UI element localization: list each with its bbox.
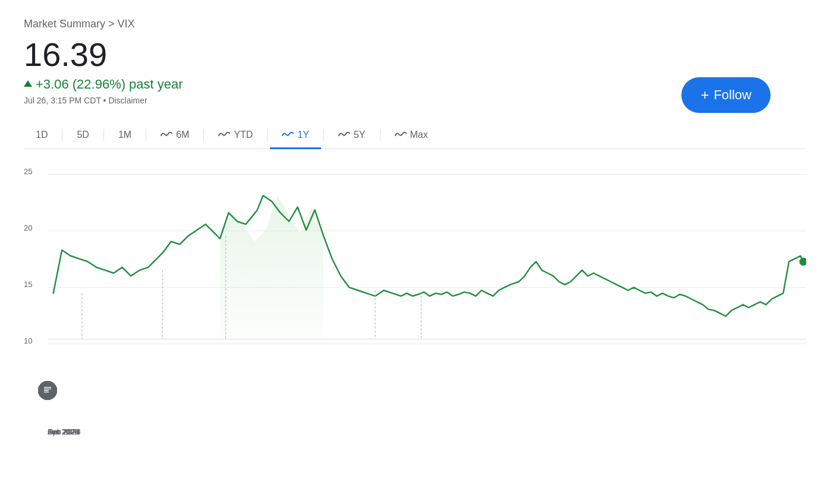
tab-5d[interactable]: 5D: [65, 122, 100, 149]
tab-label: 1D: [36, 130, 48, 140]
tab-trend-icon: [338, 130, 350, 140]
tab-1m[interactable]: 1M: [106, 122, 143, 149]
tab-max[interactable]: Max: [383, 122, 440, 149]
svg-marker-0: [220, 196, 323, 339]
x-label-jun: Jun 2024: [48, 427, 80, 436]
stock-price: 16.39: [24, 36, 806, 73]
tab-label: 1M: [118, 130, 131, 140]
time-range-tabs: 1D5D1M6MYTD1Y5YMax: [24, 122, 806, 149]
arrow-up-icon: [24, 80, 32, 87]
tab-label: 5D: [77, 130, 89, 140]
y-label-25: 25: [24, 167, 32, 176]
tab-trend-icon: [282, 130, 294, 140]
change-value: +3.06 (22.96%): [36, 77, 125, 92]
follow-plus-icon: +: [700, 87, 709, 103]
tab-label: Max: [410, 130, 428, 140]
chart-container: 25 20 15 10: [24, 161, 806, 417]
tab-1y[interactable]: 1Y: [270, 122, 321, 149]
price-chart: [48, 161, 806, 357]
news-pin-5[interactable]: [38, 381, 57, 400]
y-label-10: 10: [24, 336, 32, 345]
tab-label: 6M: [176, 130, 189, 140]
tab-label: 5Y: [354, 130, 366, 140]
current-price-dot: [799, 257, 806, 266]
tab-ytd[interactable]: YTD: [206, 122, 265, 149]
tab-trend-icon: [218, 130, 230, 140]
tab-label: 1Y: [297, 130, 309, 140]
y-label-15: 15: [24, 280, 32, 289]
follow-label: Follow: [713, 87, 752, 103]
breadcrumb: Market Summary > VIX: [24, 18, 806, 30]
tab-trend-icon: [395, 130, 407, 140]
tab-1d[interactable]: 1D: [24, 122, 59, 149]
disclaimer-link[interactable]: Disclaimer: [108, 96, 147, 105]
change-period: past year: [129, 77, 183, 92]
y-label-20: 20: [24, 223, 32, 232]
tab-label: YTD: [234, 130, 253, 140]
follow-button[interactable]: + Follow: [681, 77, 771, 113]
tab-5y[interactable]: 5Y: [326, 122, 378, 149]
tab-trend-icon: [161, 130, 172, 140]
tab-6m[interactable]: 6M: [149, 122, 201, 149]
